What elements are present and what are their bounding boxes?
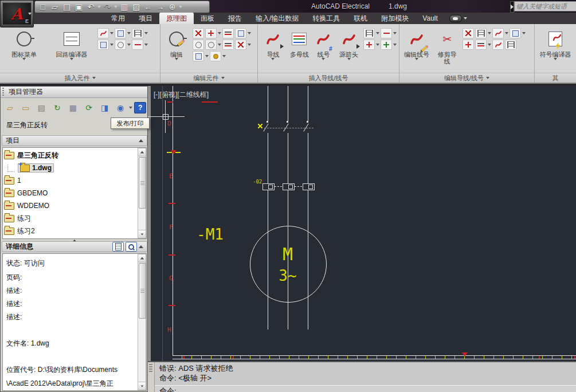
- trim-wire-button[interactable]: ✂ 修剪导线: [434, 26, 460, 74]
- scrollbar-thumb[interactable]: [139, 263, 146, 319]
- search-input[interactable]: [514, 1, 576, 11]
- edit-component-button[interactable]: 编辑: [163, 26, 190, 74]
- wire-gap-icon[interactable]: [381, 28, 392, 38]
- open-project-icon[interactable]: ▱: [3, 101, 17, 115]
- insert-panel-list-icon[interactable]: [115, 28, 126, 38]
- swap-wire-numbers-icon[interactable]: [475, 40, 487, 50]
- scroll-down-arrow[interactable]: [138, 230, 146, 238]
- search-go-button[interactable]: [510, 1, 514, 13]
- copy-component-icon[interactable]: [193, 40, 204, 50]
- command-window-grip[interactable]: [148, 362, 155, 392]
- delete-component-icon[interactable]: [193, 28, 204, 38]
- tree-item-drawing-1dwg[interactable]: 1.dwg: [4, 162, 54, 174]
- tree-item-project-gbdemo[interactable]: GBDEMO: [4, 187, 48, 199]
- palette-grip[interactable]: [2, 88, 4, 97]
- tab-panel[interactable]: 面板: [194, 13, 221, 24]
- tree-item-project-1[interactable]: 1: [4, 175, 21, 186]
- move-wire-number-icon[interactable]: [463, 40, 474, 50]
- icon-menu-button[interactable]: 图标菜单: [2, 26, 46, 74]
- wire-button[interactable]: 导线: [260, 26, 286, 74]
- move-component-icon[interactable]: [205, 28, 217, 38]
- chevron-down-icon[interactable]: [248, 44, 251, 46]
- chevron-down-icon[interactable]: [144, 32, 148, 34]
- qat-more-chevron-icon[interactable]: [179, 6, 182, 8]
- save-icon[interactable]: ▣: [73, 2, 84, 12]
- delete-circuit-icon[interactable]: [235, 40, 246, 50]
- details-list-view-icon[interactable]: [112, 242, 124, 252]
- new-project-icon[interactable]: ▭: [19, 101, 33, 115]
- tab-reports[interactable]: 报告: [221, 13, 249, 24]
- tab-conversion-tools[interactable]: 转换工具: [305, 13, 347, 24]
- source-arrow-button[interactable]: 源箭头: [336, 26, 361, 74]
- scroll-up-arrow[interactable]: [138, 254, 146, 262]
- surfer-icon[interactable]: [235, 28, 246, 38]
- help-icon[interactable]: ?: [134, 102, 146, 113]
- chevron-down-icon[interactable]: [376, 32, 379, 34]
- edit-attributes-icon[interactable]: [193, 51, 204, 61]
- panel-label-insert-wires[interactable]: 插入导线/线号: [258, 73, 399, 83]
- sheet-set-manager-icon[interactable]: ▨: [131, 2, 142, 12]
- chevron-down-icon[interactable]: [129, 107, 132, 109]
- scroll-down-arrow[interactable]: [138, 382, 146, 390]
- redo-chevron-down-icon[interactable]: [114, 6, 117, 8]
- undo-icon[interactable]: ↶: [85, 2, 96, 12]
- drawing-canvas[interactable]: [-][俯视][二维线框] D E F G H: [148, 86, 576, 361]
- chevron-down-icon[interactable]: [522, 32, 526, 34]
- fix-wire-number-icon[interactable]: [492, 28, 504, 38]
- tab-overflow-control[interactable]: [445, 13, 472, 24]
- wire-number-leader-icon[interactable]: [363, 40, 375, 50]
- chevron-down-icon[interactable]: [488, 44, 491, 46]
- preview-dwg-icon[interactable]: ◨: [97, 101, 112, 115]
- tree-item-project-lianxi2[interactable]: 练习2: [4, 225, 35, 237]
- tree-scrollbar[interactable]: [138, 148, 146, 238]
- projects-section-header[interactable]: 项目: [2, 135, 147, 146]
- new-file-icon[interactable]: □: [37, 2, 48, 12]
- plot-project-icon[interactable]: ▦: [66, 101, 80, 115]
- chevron-down-icon[interactable]: [393, 44, 397, 46]
- multiple-bus-button[interactable]: 多母线: [288, 26, 311, 74]
- chevron-down-icon[interactable]: [110, 32, 113, 34]
- check-wire-numbers-icon[interactable]: [492, 40, 504, 50]
- tab-schematic[interactable]: 原理图: [159, 13, 194, 24]
- tree-item-project-xsj[interactable]: 星三角正反转: [4, 150, 58, 161]
- chevron-down-icon[interactable]: [393, 32, 397, 34]
- refresh-icon[interactable]: ↻: [50, 101, 65, 115]
- collapse-up-icon[interactable]: [139, 139, 143, 142]
- insert-ladder-icon[interactable]: [363, 28, 375, 38]
- delete-wire-number-icon[interactable]: [463, 28, 474, 38]
- toggle-wire-number-icon[interactable]: [505, 40, 516, 50]
- chevron-down-icon[interactable]: [110, 44, 113, 46]
- tree-item-project-wddemo[interactable]: WDDEMO: [4, 200, 49, 211]
- chevron-down-icon[interactable]: [218, 32, 221, 34]
- tab-project[interactable]: 项目: [132, 13, 159, 24]
- chevron-down-icon[interactable]: [218, 44, 221, 46]
- tab-import-export[interactable]: 输入/输出数据: [249, 13, 305, 24]
- tab-online[interactable]: 联机: [347, 13, 374, 24]
- copy-wire-number-icon[interactable]: [510, 28, 521, 38]
- command-window[interactable]: 错误: ADS 请求被拒绝 命令: <极轴 开> 命令:: [148, 361, 576, 392]
- plot-icon[interactable]: ▥: [119, 2, 130, 12]
- details-section-header[interactable]: 详细信息: [2, 241, 147, 252]
- redo-icon[interactable]: ↷: [102, 2, 113, 12]
- chevron-down-icon[interactable]: [205, 55, 209, 57]
- tab-vault[interactable]: Vault: [416, 13, 444, 24]
- equipment-list-icon[interactable]: [97, 40, 109, 50]
- project-manager-titlebar[interactable]: 项目管理器: [1, 87, 147, 98]
- wire-tee-icon[interactable]: [381, 40, 392, 50]
- one-line-component-icon[interactable]: [132, 40, 143, 50]
- steering-wheel-icon[interactable]: ⊕: [167, 2, 178, 12]
- wire-number-button[interactable]: # 线号: [313, 26, 334, 74]
- publish-print-icon[interactable]: ◉: [113, 101, 128, 115]
- panel-label-edit-wires[interactable]: 编辑导线/线号: [399, 73, 534, 83]
- details-scrollbar[interactable]: [138, 254, 146, 390]
- chevron-down-icon[interactable]: [144, 44, 148, 46]
- panel-label-other-tools[interactable]: 其: [535, 73, 576, 83]
- chevron-down-icon[interactable]: [127, 44, 131, 46]
- scoot-icon[interactable]: [222, 28, 234, 38]
- chevron-down-icon[interactable]: [376, 44, 379, 46]
- scrollbar-thumb[interactable]: [139, 157, 146, 209]
- undo-chevron-down-icon[interactable]: [97, 6, 101, 8]
- project-tree[interactable]: 星三角正反转 1.dwg 1 GBDEMO WDDEMO: [2, 147, 147, 239]
- details-preview-icon[interactable]: [126, 242, 137, 252]
- open-file-icon[interactable]: ▱: [49, 2, 60, 12]
